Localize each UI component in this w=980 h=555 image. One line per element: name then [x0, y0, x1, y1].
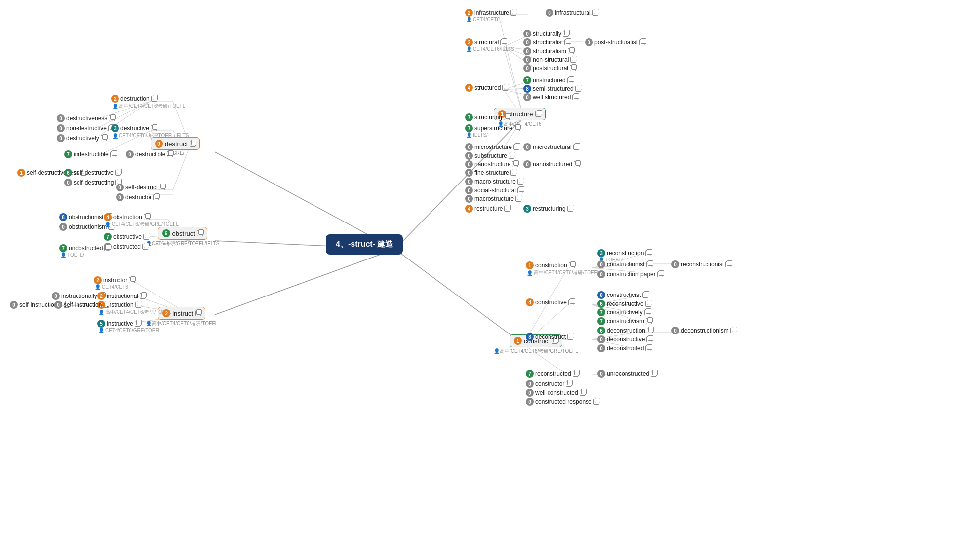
word-nanostructured[interactable]: 0 nanostructured — [523, 160, 580, 168]
word-infrastructure[interactable]: 2 infrastructure 👤CET4/CET6 — [465, 9, 516, 22]
word-deconstructionism[interactable]: 0 deconstructionism — [671, 327, 736, 334]
center-box: 4、-struct- 建造 — [326, 234, 403, 255]
word-substructure[interactable]: 0 substructure — [465, 152, 514, 160]
word-structural[interactable]: 2 structural 👤CET4/CET6/IELTS — [465, 38, 514, 52]
obstruct-badge: 6 — [162, 229, 170, 237]
word-microstructural[interactable]: 0 microstructural — [523, 143, 579, 151]
copy-icon-structure[interactable] — [535, 111, 541, 117]
word-nanostructure[interactable]: 0 nanostructure — [465, 160, 518, 168]
destruct-badge: 0 — [155, 140, 163, 148]
word-instructor[interactable]: 2 instructor 👤CET4/CET6 — [94, 276, 135, 290]
structure-label: structure — [508, 111, 533, 118]
word-macrostructure[interactable]: 0 macrostructure — [465, 195, 521, 203]
word-reconstructive[interactable]: 6 reconstructive — [597, 300, 651, 308]
word-deconstructive[interactable]: 0 deconstructive — [597, 335, 652, 343]
obstruct-label: obstruct — [172, 230, 195, 237]
copy-icon-instruct[interactable] — [195, 310, 201, 316]
word-structuring[interactable]: 7 structuring — [465, 113, 510, 121]
word-construction[interactable]: 1 construction 👤高中/CET4/CET6/考研/TOEFL/ — [526, 261, 601, 276]
connections-svg — [0, 0, 980, 555]
word-instructionally[interactable]: 0 instructionally — [52, 292, 105, 300]
word-constructivism[interactable]: 7 constructivism — [597, 317, 652, 325]
word-constructor[interactable]: 0 constructor — [526, 380, 572, 388]
svg-line-4 — [395, 249, 523, 344]
word-post-structuralist[interactable]: 0 post-structuralist — [585, 38, 645, 46]
node-obstruct[interactable]: 6 obstruct 👤CET6/考研/GRE/TOEFL/IELTS — [146, 227, 219, 247]
center-node: 4、-struct- 建造 — [326, 234, 403, 255]
word-self-destruct[interactable]: 0 self-destruct — [116, 184, 165, 191]
word-destructible[interactable]: 0 destructible — [126, 150, 173, 158]
word-self-instruction[interactable]: 0 self-instruction — [54, 301, 109, 309]
word-unreconstructed[interactable]: 0 unreconstructed — [597, 370, 657, 378]
svg-line-2 — [215, 249, 395, 315]
word-non-destructive[interactable]: 0 non-destructive — [57, 124, 114, 132]
word-obstruction[interactable]: 4 obstruction 👤CET4/CET6/考研/GRE/TOEFL — [104, 213, 179, 228]
word-unstructured[interactable]: 7 unstructured — [523, 76, 573, 84]
copy-icon-obstruct[interactable] — [197, 230, 203, 236]
word-unobstructed[interactable]: 7 unobstructed 👤TOEFL/ — [59, 244, 110, 258]
construct-tag: 高中/CET4/CET6/考研/GRE/TOEFL — [500, 348, 578, 354]
word-well-structured[interactable]: 0 well structured — [523, 93, 578, 101]
word-deconstruction[interactable]: 6 deconstruction — [597, 327, 653, 334]
word-constructively[interactable]: 7 constructively — [597, 308, 650, 316]
word-reconstructed[interactable]: 7 reconstructed — [526, 370, 579, 378]
word-obstructionist[interactable]: 8 obstructionist — [59, 213, 111, 221]
word-well-constructed[interactable]: 0 well-constructed — [526, 389, 586, 397]
construct-badge: 1 — [514, 337, 522, 345]
word-deconstructed[interactable]: 0 deconstructed — [597, 344, 651, 352]
word-instructive[interactable]: 5 instructive 👤CET4/CET6/GRE/TOEFL — [97, 320, 161, 333]
word-structured[interactable]: 4 structured — [465, 84, 508, 92]
word-semi-structured[interactable]: 8 semi-structured — [523, 85, 581, 93]
word-constructive[interactable]: 4 constructive — [526, 298, 574, 306]
word-poststructural[interactable]: 0 poststructural — [523, 64, 576, 72]
instruct-label: instruct — [172, 310, 193, 317]
word-non-structural[interactable]: 0 non-structural — [523, 56, 576, 64]
word-infrastructural[interactable]: 0 infrastructural — [546, 9, 598, 17]
word-constructivist[interactable]: 8 constructivist — [597, 291, 648, 299]
word-constructionist[interactable]: 0 constructionist — [597, 260, 652, 268]
copy-icon[interactable] — [190, 141, 196, 147]
word-structuralist[interactable]: 0 structuralist — [523, 38, 570, 46]
word-microstructure[interactable]: 0 microstructure — [465, 143, 519, 151]
word-destructive[interactable]: 3 destructive 👤CET4/CET6/考研/TOEFL/IELTS — [111, 124, 189, 139]
mindmap-container: 4、-struct- 建造 0 destruct 👤GRE/ 6 obstruc… — [0, 0, 980, 555]
destruct-tag: GRE/ — [172, 150, 184, 156]
svg-line-37 — [504, 47, 523, 117]
word-social-structural[interactable]: 0 social-structural — [465, 186, 523, 194]
word-destruction[interactable]: 2 destruction 👤高中/CET4/CET6/考研/TOEFL — [111, 95, 185, 110]
word-restructure[interactable]: 4 restructure — [465, 205, 510, 213]
word-construction-paper[interactable]: 0 construction paper — [597, 270, 663, 278]
word-instructional[interactable]: 2 instructional — [97, 292, 146, 300]
obstruct-tag: CET6/考研/GRE/TOEFL/IELTS — [152, 241, 219, 246]
word-structurally[interactable]: 0 structurally — [523, 30, 569, 37]
word-self-destructing[interactable]: 0 self-destructing — [64, 179, 121, 186]
word-destructively[interactable]: 0 destructively — [57, 134, 107, 142]
word-fine-structure[interactable]: 0 fine-structure — [465, 169, 516, 177]
word-destructiveness[interactable]: 0 destructiveness — [57, 114, 115, 122]
word-obstructive[interactable]: 7 obstructive — [104, 233, 149, 241]
svg-line-34 — [499, 15, 523, 117]
destruct-label: destruct — [165, 140, 188, 148]
center-label: 4、-struct- 建造 — [336, 239, 393, 250]
word-self-destructive[interactable]: 6 self-destructive — [64, 169, 121, 177]
word-deconstruct[interactable]: 8 deconstruct — [526, 333, 573, 341]
instruct-tag: 高中/CET4/CET6/考研/TOEFL — [152, 321, 218, 326]
word-reconstructionist[interactable]: 0 reconstructionist — [671, 260, 731, 268]
word-superstructure[interactable]: 7 superstructure 👤IELTS/ — [465, 124, 520, 138]
word-indestructible[interactable]: 7 indestructible — [64, 150, 116, 158]
word-macro-structure[interactable]: 0 macro-structure — [465, 178, 523, 185]
word-constructed-response[interactable]: 0 constructed response — [526, 398, 599, 406]
word-destructor[interactable]: 0 destructor — [116, 193, 159, 201]
word-restructuring[interactable]: 3 restructuring — [523, 205, 573, 213]
word-structuralism[interactable]: 0 structuralism — [523, 47, 574, 55]
